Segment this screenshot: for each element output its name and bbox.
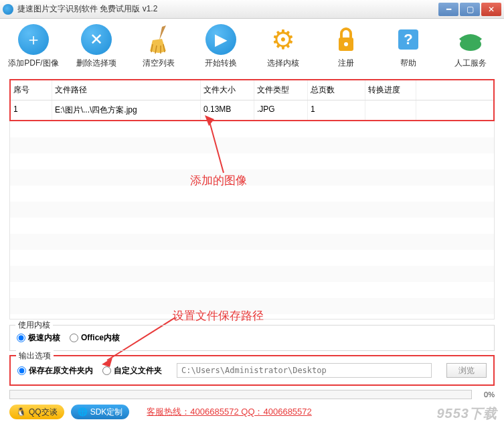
col-header-path[interactable]: 文件路径 — [52, 80, 201, 100]
toolbar: ＋ 添加PDF/图像 ✕ 删除选择项 清空列表 ▶ 开始转换 ⚙ 选择内核 注册… — [0, 19, 504, 79]
qq-label: QQ交谈 — [29, 407, 58, 418]
toolbar-label: 帮助 — [400, 58, 416, 69]
toolbar-label: 添加PDF/图像 — [8, 58, 58, 69]
clear-list-button[interactable]: 清空列表 — [135, 24, 182, 69]
output-group: 输出选项 保存在原文件夹内 自定义文件夹 浏览 — [9, 355, 495, 386]
help-icon: ? — [393, 24, 424, 55]
cell-no: 1 — [11, 100, 52, 120]
radio-input[interactable] — [70, 334, 78, 342]
help-button[interactable]: ? 帮助 — [384, 24, 432, 69]
start-convert-button[interactable]: ▶ 开始转换 — [197, 24, 245, 69]
delete-selection-button[interactable]: ✕ 删除选择项 — [72, 24, 120, 69]
toolbar-label: 开始转换 — [205, 58, 237, 69]
col-header-size[interactable]: 文件大小 — [201, 80, 254, 100]
file-table: 席号 文件路径 文件大小 文件类型 总页数 转换进度 1 E:\图片\...\四… — [9, 79, 495, 121]
toolbar-label: 注册 — [338, 58, 354, 69]
cell-pages: 1 — [308, 100, 365, 120]
app-icon — [3, 4, 13, 15]
output-legend: 输出选项 — [16, 350, 54, 362]
radio-office-engine[interactable]: Office内核 — [70, 332, 120, 344]
col-header-pages[interactable]: 总页数 — [308, 80, 365, 100]
sdk-button[interactable]: 🌐 SDK定制 — [71, 405, 130, 419]
progress-row: 0% — [9, 390, 495, 399]
svg-point-1 — [344, 42, 348, 46]
progress-percent: 0% — [476, 390, 495, 399]
hotline-link[interactable]: 客服热线：4006685572 QQ：4006685572 — [147, 406, 311, 418]
play-icon: ▶ — [205, 24, 236, 55]
phone-icon — [455, 24, 486, 55]
radio-save-original[interactable]: 保存在原文件夹内 — [17, 365, 93, 376]
progress-bar — [9, 390, 472, 399]
cell-type: .JPG — [254, 100, 308, 120]
qq-icon: 🐧 — [16, 407, 26, 417]
cell-size: 0.13MB — [201, 100, 254, 120]
lock-icon — [331, 24, 361, 55]
broom-icon — [143, 24, 174, 55]
footer: 🐧 QQ交谈 🌐 SDK定制 客服热线：4006685572 QQ：400668… — [0, 402, 504, 422]
gear-icon: ⚙ — [268, 24, 299, 55]
radio-input[interactable] — [102, 366, 111, 375]
radio-save-custom[interactable]: 自定义文件夹 — [102, 365, 162, 376]
watermark: 9553下载 — [437, 405, 498, 423]
browse-button[interactable]: 浏览 — [446, 363, 487, 378]
file-list-body[interactable] — [9, 121, 495, 319]
titlebar: 捷速图片文字识别软件 免费试用版 v1.2 ━ ▢ ✕ — [0, 0, 504, 19]
cell-path: E:\图片\...\四色方案.jpg — [52, 100, 201, 120]
cell-progress — [365, 100, 416, 120]
col-header-progress[interactable]: 转换进度 — [365, 80, 416, 100]
minimize-button[interactable]: ━ — [438, 3, 458, 16]
plus-icon: ＋ — [18, 24, 49, 55]
radio-fast-engine[interactable]: 极速内核 — [17, 332, 60, 344]
maximize-button[interactable]: ▢ — [460, 3, 480, 16]
radio-input[interactable] — [17, 334, 25, 342]
radio-input[interactable] — [17, 366, 26, 375]
select-engine-button[interactable]: ⚙ 选择内核 — [260, 24, 307, 69]
svg-text:?: ? — [404, 31, 412, 48]
table-row[interactable]: 1 E:\图片\...\四色方案.jpg 0.13MB .JPG 1 — [11, 100, 493, 120]
col-header-no[interactable]: 席号 — [11, 80, 52, 100]
sdk-label: SDK定制 — [90, 407, 123, 418]
table-header: 席号 文件路径 文件大小 文件类型 总页数 转换进度 — [11, 80, 493, 100]
col-header-type[interactable]: 文件类型 — [254, 80, 308, 100]
window-title: 捷速图片文字识别软件 免费试用版 v1.2 — [17, 3, 437, 15]
qq-chat-button[interactable]: 🐧 QQ交谈 — [9, 405, 64, 419]
engine-group: 使用内核 极速内核 Office内核 — [9, 325, 495, 351]
toolbar-label: 删除选择项 — [76, 58, 116, 69]
close-button[interactable]: ✕ — [481, 3, 501, 16]
output-path-input[interactable] — [177, 363, 432, 378]
globe-icon: 🌐 — [78, 407, 88, 417]
toolbar-label: 清空列表 — [143, 58, 175, 69]
x-icon: ✕ — [81, 24, 112, 55]
service-button[interactable]: 人工服务 — [447, 24, 495, 69]
toolbar-label: 选择内核 — [267, 58, 299, 69]
engine-legend: 使用内核 — [15, 319, 53, 331]
register-button[interactable]: 注册 — [322, 24, 369, 69]
add-file-button[interactable]: ＋ 添加PDF/图像 — [9, 24, 58, 69]
toolbar-label: 人工服务 — [454, 58, 487, 69]
